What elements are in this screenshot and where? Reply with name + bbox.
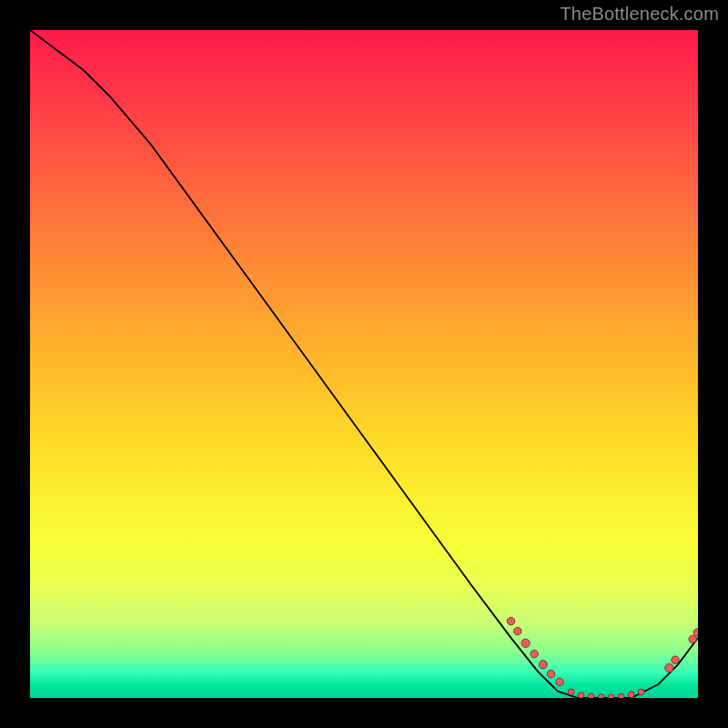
- marker-dot: [672, 656, 679, 663]
- marker-dot: [507, 617, 514, 624]
- chart-frame: TheBottleneck.com: [0, 0, 728, 728]
- marker-dot: [531, 650, 538, 657]
- marker-dot: [689, 635, 696, 642]
- plot-area: [30, 30, 698, 698]
- marker-dot: [628, 692, 634, 698]
- marker-group: [507, 617, 698, 698]
- marker-dot: [638, 689, 644, 695]
- marker-dot: [514, 627, 521, 634]
- marker-dot: [665, 663, 673, 672]
- marker-dot: [521, 639, 530, 647]
- marker-dot: [568, 689, 574, 695]
- marker-dot: [598, 694, 604, 698]
- bottleneck-curve: [30, 30, 698, 698]
- marker-dot: [608, 694, 614, 698]
- marker-dot: [578, 693, 584, 698]
- marker-dot: [539, 661, 547, 669]
- marker-dot: [547, 670, 554, 677]
- marker-dot: [588, 693, 594, 698]
- chart-overlay: [30, 30, 698, 698]
- marker-dot: [618, 693, 624, 698]
- marker-dot: [556, 678, 563, 685]
- marker-dot: [693, 629, 698, 636]
- attribution-text: TheBottleneck.com: [560, 4, 719, 25]
